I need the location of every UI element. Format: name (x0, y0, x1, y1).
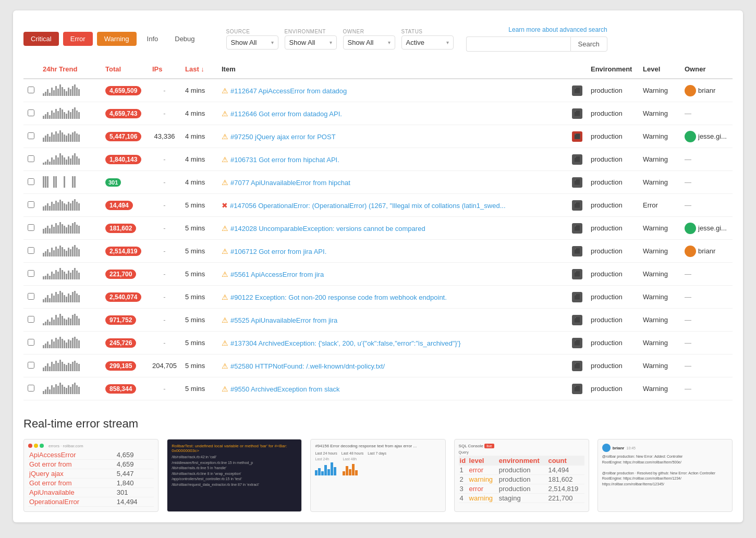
total-badge: 2,514,819 (105, 247, 141, 256)
item-link[interactable]: #9550 ArchivedException from slack (230, 385, 340, 393)
source-label: SOURCE (226, 29, 278, 34)
realtime-card-4[interactable]: SQL Console live Query idlevelenvironmen… (454, 439, 589, 512)
item-link[interactable]: #106731 Got error from hipchat API. (230, 156, 339, 164)
env-action-icon[interactable]: ⬛ (572, 223, 582, 234)
owner-name: jesse.gi... (698, 132, 727, 140)
table-row: 2,514,819-5 mins⚠#106712 Got error from … (23, 240, 733, 263)
info-button[interactable]: Info (141, 32, 165, 46)
trend-chart (43, 152, 80, 165)
owner-value: Show All (348, 39, 374, 46)
ips-value: - (163, 293, 165, 301)
header-environment[interactable]: Environment (587, 60, 639, 79)
environment-value: production (587, 102, 639, 125)
search-input[interactable] (466, 36, 570, 52)
item-link[interactable]: #142028 UncomparableException: versions … (230, 225, 425, 233)
env-action-icon[interactable]: ⬛ (572, 131, 582, 142)
table-row: 971,752-5 mins⚠#5525 ApiUnavailableError… (23, 309, 733, 332)
header-spacer (565, 60, 587, 79)
header-item[interactable]: Item (217, 60, 565, 79)
owner-select[interactable]: Show All ▾ (343, 35, 395, 50)
status-filter: STATUS Active ▾ (401, 29, 454, 50)
ips-cell: - (148, 194, 181, 217)
item-link[interactable]: #112647 ApiAccessError from datadog (230, 87, 347, 95)
table-row: 14,494-5 mins✖#147056 OperationalError: … (23, 194, 733, 217)
env-action-icon[interactable]: ⬛ (572, 269, 582, 279)
owner-name: brianr (698, 87, 715, 94)
environment-value: production (587, 79, 639, 102)
realtime-card-2[interactable]: RollbarTest: undefined local variable or… (167, 439, 302, 512)
row-checkbox[interactable] (28, 155, 34, 162)
right-controls: Learn more about advanced search Search (466, 26, 607, 52)
env-action-icon[interactable]: ⬛ (572, 154, 582, 165)
env-action-icon[interactable]: ⬛ (572, 200, 582, 211)
env-action-icon[interactable]: ⬛ (572, 338, 582, 348)
search-button[interactable]: Search (570, 36, 607, 52)
warning-button[interactable]: Warning (97, 32, 137, 46)
header-level[interactable]: Level (639, 60, 680, 79)
row-checkbox[interactable] (28, 316, 34, 323)
row-checkbox[interactable] (28, 87, 34, 93)
owner-name: — (685, 385, 691, 393)
row-checkbox[interactable] (28, 224, 34, 231)
status-select[interactable]: Active ▾ (401, 35, 454, 50)
critical-button[interactable]: Critical (23, 32, 59, 46)
row-checkbox[interactable] (28, 109, 34, 116)
env-action-icon[interactable]: ⬛ (572, 384, 582, 394)
env-action-icon[interactable]: ⬛ (572, 361, 582, 371)
realtime-card-5[interactable]: brianr 10:45 @rollbar production: New Er… (598, 439, 733, 512)
trend-chart (43, 221, 80, 234)
ips-cell: - (148, 263, 181, 286)
owner-avatar (685, 246, 696, 257)
owner-avatar (685, 131, 696, 142)
error-button[interactable]: Error (63, 32, 93, 46)
realtime-card-1[interactable]: errors · rollbar.com ApiAccessError4,659… (23, 439, 158, 512)
ips-value: - (163, 155, 165, 163)
env-action-icon[interactable]: ⬛ (572, 85, 582, 96)
header-owner[interactable]: Owner (680, 60, 733, 79)
advanced-search-link[interactable]: Learn more about advanced search (508, 26, 607, 33)
filter-group: SOURCE Show All ▾ ENVIRONMENT Show All ▾… (226, 29, 454, 50)
item-link[interactable]: #112646 Got error from datadog API. (230, 110, 342, 118)
source-select[interactable]: Show All ▾ (226, 35, 278, 50)
env-action-icon[interactable]: ⬛ (572, 315, 582, 325)
row-checkbox[interactable] (28, 385, 34, 392)
owner-value: — (680, 286, 733, 309)
table-row: 1,840,143-4 mins⚠#106731 Got error from … (23, 148, 733, 171)
env-action-icon[interactable]: ⬛ (572, 292, 582, 302)
item-link[interactable]: #106712 Got error from jira API. (230, 248, 326, 255)
source-chevron-icon: ▾ (271, 40, 274, 45)
item-link[interactable]: #97250 jQuery ajax error for POST (230, 133, 336, 141)
env-icon-cell: ⬛ (565, 194, 587, 217)
header-last[interactable]: Last ↓ (181, 60, 217, 79)
row-checkbox[interactable] (28, 247, 34, 254)
row-checkbox[interactable] (28, 201, 34, 208)
item-link[interactable]: #7077 ApiUnavailableError from hipchat (230, 179, 350, 187)
header-ips[interactable]: IPs (148, 60, 181, 79)
header-total[interactable]: Total (101, 60, 148, 79)
environment-label: ENVIRONMENT (285, 29, 337, 34)
row-checkbox[interactable] (28, 362, 34, 369)
level-value: Warning (639, 377, 680, 400)
item-link[interactable]: #5525 ApiUnavailableError from jira (230, 316, 337, 324)
trend-chart (43, 198, 80, 211)
realtime-card-3[interactable]: #94156 Error decoding response text from… (310, 439, 445, 512)
env-action-icon[interactable]: ⬛ (572, 246, 582, 256)
row-checkbox[interactable] (28, 293, 34, 300)
row-checkbox[interactable] (28, 132, 34, 139)
ips-value: - (163, 178, 165, 186)
item-link[interactable]: #90122 Exception: Got non-200 response c… (230, 294, 447, 301)
row-checkbox[interactable] (28, 270, 34, 277)
row-checkbox[interactable] (28, 339, 34, 346)
row-checkbox[interactable] (28, 178, 34, 185)
item-link[interactable]: #137304 ArchivedException: {'slack', 200… (230, 339, 461, 347)
item-link[interactable]: #5561 ApiAccessError from jira (230, 271, 324, 278)
env-action-icon[interactable]: ⬛ (572, 177, 582, 188)
item-link[interactable]: #147056 OperationalError: (OperationalEr… (230, 202, 506, 210)
header-24hr-trend[interactable]: 24hr Trend (39, 60, 101, 79)
env-action-icon[interactable]: ⬛ (572, 108, 582, 119)
environment-select[interactable]: Show All ▾ (285, 35, 337, 50)
owner-value: — (680, 148, 733, 171)
debug-button[interactable]: Debug (168, 32, 201, 46)
item-link[interactable]: #52580 HTTPNotFound: /.well-known/dnt-po… (230, 362, 385, 370)
owner-filter: OWNER Show All ▾ (343, 29, 395, 50)
